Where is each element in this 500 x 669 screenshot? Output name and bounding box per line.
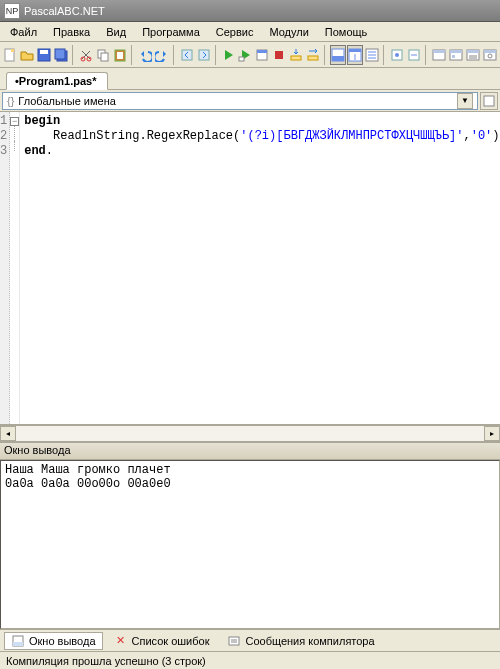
svg-rect-19 xyxy=(308,56,318,60)
svg-rect-31 xyxy=(450,50,462,53)
svg-rect-40 xyxy=(13,642,23,646)
open-file-button[interactable] xyxy=(19,45,35,65)
status-bar: Компиляция прошла успешно (3 строк) xyxy=(0,651,500,669)
menu-edit[interactable]: Правка xyxy=(45,24,98,40)
braces-icon: {} xyxy=(7,95,14,107)
output-title: Окно вывода xyxy=(0,443,500,460)
tab-output[interactable]: Окно вывода xyxy=(4,632,103,650)
editor-hscroll[interactable]: ◂ ▸ xyxy=(0,425,500,441)
svg-rect-34 xyxy=(467,50,479,53)
scroll-track[interactable] xyxy=(16,426,484,441)
tool-a-button[interactable] xyxy=(389,45,405,65)
code-editor[interactable]: 1 2 3 − begin ReadlnString.RegexReplace(… xyxy=(0,112,500,425)
svg-rect-5 xyxy=(55,49,65,59)
form-b-button[interactable] xyxy=(448,45,464,65)
errors-tab-icon: ✕ xyxy=(114,634,128,648)
scroll-left-icon[interactable]: ◂ xyxy=(0,426,16,441)
view-panel1-button[interactable] xyxy=(330,45,346,65)
step-into-button[interactable] xyxy=(288,45,304,65)
class-selector-row: {} Глобальные имена ▼ xyxy=(0,90,500,112)
redo-button[interactable] xyxy=(154,45,170,65)
svg-rect-23 xyxy=(349,49,361,52)
tab-messages[interactable]: Сообщения компилятора xyxy=(220,632,381,650)
tool-b-button[interactable] xyxy=(406,45,422,65)
menu-view[interactable]: Вид xyxy=(98,24,134,40)
output-line: 0а0а 0а0а 00о00о 00а0е0 xyxy=(5,477,171,491)
tab-messages-label: Сообщения компилятора xyxy=(245,635,374,647)
class-selector[interactable]: {} Глобальные имена ▼ xyxy=(2,92,478,110)
file-tabs: •Program1.pas* xyxy=(0,68,500,90)
output-area[interactable]: Наша Маша громко плачет 0а0а 0а0а 00о00о… xyxy=(0,460,500,629)
scroll-right-icon[interactable]: ▸ xyxy=(484,426,500,441)
tab-errors[interactable]: ✕ Список ошибок xyxy=(107,632,217,650)
class-extra-button[interactable] xyxy=(480,92,498,110)
line-num: 2 xyxy=(0,129,7,144)
svg-rect-1 xyxy=(11,49,14,52)
app-icon: NP xyxy=(4,3,20,19)
app-title: PascalABC.NET xyxy=(24,5,105,17)
paste-button[interactable] xyxy=(112,45,128,65)
svg-rect-21 xyxy=(332,56,344,61)
svg-rect-18 xyxy=(291,56,301,60)
tab-output-label: Окно вывода xyxy=(29,635,96,647)
editor-pane: 1 2 3 − begin ReadlnString.RegexReplace(… xyxy=(0,112,500,441)
menu-service[interactable]: Сервис xyxy=(208,24,262,40)
save-button[interactable] xyxy=(36,45,52,65)
line-num: 1 xyxy=(0,114,7,129)
svg-rect-13 xyxy=(199,50,209,60)
save-all-button[interactable] xyxy=(53,45,69,65)
nav-back-button[interactable] xyxy=(179,45,195,65)
fold-column: − xyxy=(10,112,20,424)
menu-file[interactable]: Файл xyxy=(2,24,45,40)
form-d-button[interactable] xyxy=(482,45,498,65)
nav-forward-button[interactable] xyxy=(196,45,212,65)
toolbar xyxy=(0,42,500,68)
kw-begin: begin xyxy=(24,114,60,128)
line-num: 3 xyxy=(0,144,7,159)
new-file-button[interactable] xyxy=(2,45,18,65)
bottom-tabs: Окно вывода ✕ Список ошибок Сообщения ко… xyxy=(0,629,500,651)
form-a-button[interactable] xyxy=(431,45,447,65)
svg-rect-14 xyxy=(239,57,244,61)
svg-rect-29 xyxy=(433,50,445,53)
run-button[interactable] xyxy=(220,45,236,65)
menu-help[interactable]: Помощь xyxy=(317,24,376,40)
svg-rect-41 xyxy=(229,637,239,645)
line-gutter: 1 2 3 xyxy=(0,112,10,424)
status-text: Компиляция прошла успешно (3 строк) xyxy=(6,655,206,667)
compile-button[interactable] xyxy=(254,45,270,65)
class-selector-label: Глобальные имена xyxy=(18,95,116,107)
svg-rect-17 xyxy=(275,51,283,59)
svg-rect-9 xyxy=(101,53,108,61)
svg-rect-3 xyxy=(40,50,48,54)
tab-program1[interactable]: •Program1.pas* xyxy=(6,72,108,90)
code-content[interactable]: begin ReadlnString.RegexReplace('(?i)[БВ… xyxy=(20,112,500,424)
svg-rect-12 xyxy=(182,50,192,60)
svg-rect-16 xyxy=(257,50,267,53)
run-noio-button[interactable] xyxy=(237,45,253,65)
copy-button[interactable] xyxy=(95,45,111,65)
form-c-button[interactable] xyxy=(465,45,481,65)
output-tab-icon xyxy=(11,634,25,648)
kw-end: end xyxy=(24,144,46,158)
svg-rect-38 xyxy=(484,96,494,106)
view-panel2-button[interactable] xyxy=(347,45,363,65)
tab-errors-label: Список ошибок xyxy=(132,635,210,647)
stop-button[interactable] xyxy=(271,45,287,65)
menu-modules[interactable]: Модули xyxy=(261,24,316,40)
bottom-panel: Окно вывода Наша Маша громко плачет 0а0а… xyxy=(0,441,500,669)
menu-program[interactable]: Программа xyxy=(134,24,208,40)
step-over-button[interactable] xyxy=(305,45,321,65)
menubar: Файл Правка Вид Программа Сервис Модули … xyxy=(0,22,500,42)
chevron-down-icon[interactable]: ▼ xyxy=(457,93,473,109)
svg-rect-32 xyxy=(452,55,455,58)
svg-rect-36 xyxy=(484,50,496,53)
fold-toggle-minus[interactable]: − xyxy=(10,117,19,126)
cut-button[interactable] xyxy=(78,45,94,65)
undo-button[interactable] xyxy=(137,45,153,65)
messages-tab-icon xyxy=(227,634,241,648)
titlebar: NP PascalABC.NET xyxy=(0,0,500,22)
output-line: Наша Маша громко плачет xyxy=(5,463,171,477)
view-panel3-button[interactable] xyxy=(364,45,380,65)
svg-rect-11 xyxy=(117,52,123,59)
